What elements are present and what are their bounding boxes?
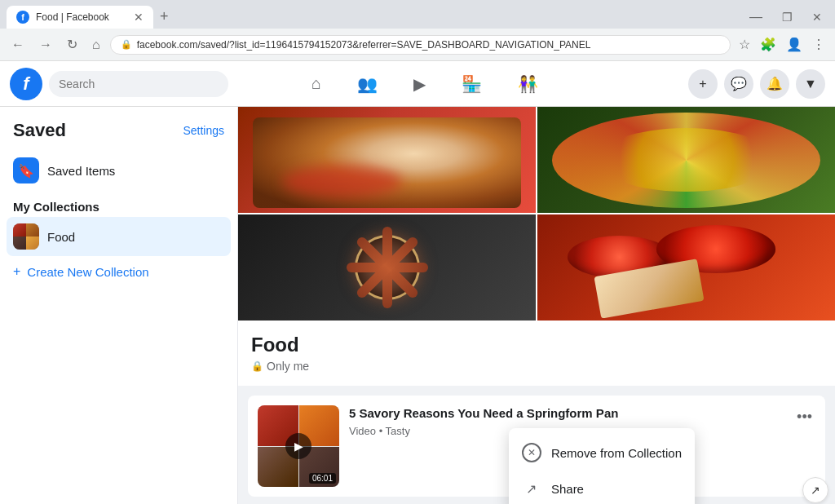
security-lock-icon: 🔒 — [121, 39, 132, 50]
messenger-button[interactable]: 💬 — [724, 69, 753, 99]
food-collection-item[interactable]: Food — [7, 217, 231, 256]
new-tab-button[interactable]: + — [153, 5, 175, 29]
facebook-logo[interactable]: f — [10, 68, 42, 100]
sidebar-title: Saved — [13, 120, 66, 141]
sauce-decoration — [283, 166, 402, 197]
bookmark-icon: 🔖 — [18, 163, 34, 179]
content-area: Food 🔒 Only me ▶ 06:01 — [238, 107, 835, 504]
collection-hero: Food 🔒 Only me — [238, 107, 835, 386]
pizza-center — [597, 128, 775, 192]
remove-label: Remove from Collection — [551, 446, 682, 460]
create-collection-label: Create New Collection — [27, 265, 148, 279]
post-title[interactable]: 5 Savory Reasons You Need a Springform P… — [349, 405, 784, 422]
browser-toolbar: ← → ↻ ⌂ 🔒 facebook.com/saved/?list_id=11… — [0, 29, 835, 60]
privacy-lock-icon: 🔒 — [251, 360, 263, 372]
bookmark-button[interactable]: ☆ — [736, 33, 753, 55]
watch-nav-icon: ▶ — [413, 75, 426, 93]
marketplace-nav-icon: 🏪 — [462, 75, 482, 93]
collection-title: Food — [251, 334, 822, 356]
share-label: Share — [551, 482, 584, 496]
food-collection-thumbnail — [13, 223, 39, 250]
saved-items-icon: 🔖 — [13, 157, 39, 183]
facebook-navbar: f ⌂ 👥 ▶ 🏪 👫 + 💬 🔔 ▼ — [0, 61, 835, 107]
create-button[interactable]: + — [688, 69, 718, 99]
play-button-overlay: ▶ — [285, 433, 311, 459]
saved-items-nav[interactable]: 🔖 Saved Items — [7, 151, 231, 190]
window-restore-button[interactable]: ❐ — [775, 9, 799, 25]
nav-center: ⌂ 👥 ▶ 🏪 👫 — [295, 68, 554, 100]
tomato-image — [537, 214, 835, 321]
posts-area: ▶ 06:01 5 Savory Reasons You Need a Spri… — [238, 386, 835, 504]
marketplace-nav-button[interactable]: 🏪 — [445, 68, 498, 100]
window-controls: — ❐ ✕ — [743, 8, 828, 26]
notifications-button[interactable]: 🔔 — [760, 69, 789, 99]
settings-link[interactable]: Settings — [183, 124, 224, 137]
tab-close-button[interactable]: ✕ — [134, 11, 144, 24]
tab-favicon: f — [16, 11, 29, 24]
thumb-cell-1 — [13, 223, 26, 237]
hero-image-4 — [537, 214, 835, 321]
saved-items-label: Saved Items — [47, 164, 115, 178]
address-bar[interactable]: 🔒 facebook.com/saved/?list_id=1196415794… — [110, 35, 731, 55]
pasta-image — [238, 107, 536, 213]
remove-icon: ✕ — [522, 443, 541, 462]
sausage-image — [238, 214, 536, 321]
url-text: facebook.com/saved/?list_id=119641579415… — [137, 39, 591, 51]
search-input[interactable] — [49, 71, 228, 97]
nav-right: + 💬 🔔 ▼ — [688, 69, 825, 99]
thumb-cell-3 — [13, 237, 26, 250]
tab-title: Food | Facebook — [36, 11, 127, 23]
context-menu: ✕ Remove from Collection ↗ Share — [509, 428, 695, 504]
remove-from-collection-item[interactable]: ✕ Remove from Collection — [509, 435, 695, 471]
hero-image-grid — [238, 107, 835, 321]
main-layout: Saved Settings 🔖 Saved Items My Collecti… — [0, 107, 835, 504]
forward-button[interactable]: → — [34, 34, 57, 55]
home-nav-icon: ⌂ — [311, 74, 321, 92]
share-icon: ↗ — [522, 479, 541, 498]
refresh-button[interactable]: ↻ — [62, 33, 82, 55]
post-thumbnail: ▶ 06:01 — [258, 405, 339, 487]
create-collection-button[interactable]: + Create New Collection — [7, 258, 231, 285]
thumb-cell-4 — [26, 237, 39, 250]
thumb-cell-2 — [26, 223, 39, 237]
sidebar: Saved Settings 🔖 Saved Items My Collecti… — [0, 107, 238, 504]
hero-image-1 — [238, 107, 536, 213]
watch-nav-button[interactable]: ▶ — [397, 68, 442, 100]
privacy-label: Only me — [267, 360, 309, 373]
active-tab[interactable]: f Food | Facebook ✕ — [7, 6, 153, 29]
post-card: ▶ 06:01 5 Savory Reasons You Need a Spri… — [248, 396, 825, 497]
my-collections-heading: My Collections — [7, 193, 231, 217]
sidebar-header: Saved Settings — [7, 117, 231, 151]
collection-info: Food 🔒 Only me — [238, 321, 835, 386]
friends-nav-button[interactable]: 👥 — [341, 68, 394, 100]
hero-image-3 — [238, 214, 536, 321]
video-duration: 06:01 — [309, 473, 336, 484]
hero-image-2 — [537, 107, 835, 213]
menu-button[interactable]: ⋮ — [809, 33, 828, 55]
post-more-options-button[interactable]: ••• — [793, 405, 815, 429]
back-button[interactable]: ← — [7, 34, 29, 55]
groups-nav-button[interactable]: 👫 — [501, 68, 554, 100]
window-minimize-button[interactable]: — — [743, 8, 769, 26]
account-menu-button[interactable]: ▼ — [796, 69, 825, 99]
profile-button[interactable]: 👤 — [783, 33, 806, 55]
scroll-to-top-button[interactable]: ↗ — [802, 477, 828, 503]
home-nav-button[interactable]: ⌂ — [295, 68, 338, 100]
friends-nav-icon: 👥 — [357, 75, 378, 93]
groups-nav-icon: 👫 — [518, 75, 538, 93]
browser-chrome: f Food | Facebook ✕ + — ❐ ✕ ← → ↻ ⌂ 🔒 fa… — [0, 0, 835, 61]
browser-tabs: f Food | Facebook ✕ + — ❐ ✕ — [0, 0, 835, 29]
fb-logo-text: f — [23, 73, 29, 95]
home-button[interactable]: ⌂ — [87, 34, 105, 55]
pizza-image — [537, 107, 835, 213]
pasta-decoration — [253, 117, 521, 208]
food-collection-label: Food — [47, 230, 75, 244]
window-close-button[interactable]: ✕ — [806, 9, 828, 25]
extensions-button[interactable]: 🧩 — [757, 33, 780, 55]
collection-privacy: 🔒 Only me — [251, 360, 822, 373]
toolbar-actions: ☆ 🧩 👤 ⋮ — [736, 33, 828, 55]
share-item[interactable]: ↗ Share — [509, 471, 695, 504]
plus-icon: + — [13, 264, 20, 279]
